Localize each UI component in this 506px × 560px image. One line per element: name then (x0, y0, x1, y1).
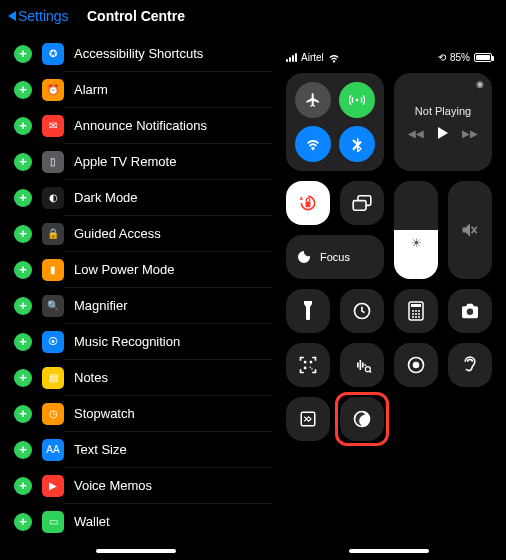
brightness-slider[interactable]: ☀ (394, 181, 438, 279)
control-label: Voice Memos (74, 478, 152, 493)
voice-memos-icon: ▶ (42, 475, 64, 497)
rotation-lock-status-icon: ⟲ (438, 52, 446, 63)
announce-icon: ✉ (42, 115, 64, 137)
control-label: Guided Access (74, 226, 161, 241)
focus-label: Focus (320, 251, 350, 263)
add-control-button[interactable]: + (14, 333, 32, 351)
control-center-grid: ◉ Not Playing ◀◀ ▶▶ (272, 63, 506, 451)
control-label: Low Power Mode (74, 262, 174, 277)
hearing-button[interactable] (448, 343, 492, 387)
highlight-box (335, 392, 389, 446)
control-row: +AAText Size (0, 432, 272, 467)
svg-rect-20 (310, 361, 313, 364)
add-control-button[interactable]: + (14, 189, 32, 207)
tv-remote-icon: ▯ (42, 151, 64, 173)
add-control-button[interactable]: + (14, 405, 32, 423)
next-track-button[interactable]: ▶▶ (462, 128, 478, 139)
add-control-button[interactable]: + (14, 153, 32, 171)
svg-rect-19 (304, 361, 307, 364)
svg-point-12 (412, 313, 414, 315)
page-title: Control Centre (87, 8, 185, 24)
magnifier-icon: 🔍 (42, 295, 64, 317)
airplay-icon: ◉ (476, 79, 484, 89)
control-row: +▭Wallet (0, 504, 272, 539)
svg-point-13 (415, 313, 417, 315)
moon-icon (296, 249, 312, 265)
control-row: +🔍Magnifier (0, 288, 272, 323)
control-label: Wallet (74, 514, 110, 529)
back-button[interactable]: Settings (8, 8, 69, 24)
control-row: +▤Notes (0, 360, 272, 395)
home-indicator[interactable] (96, 549, 176, 553)
alarm-icon: ⏰ (42, 79, 64, 101)
notes-button[interactable] (286, 397, 330, 441)
control-label: Accessibility Shortcuts (74, 46, 203, 61)
control-row: +✪Accessibility Shortcuts (0, 36, 272, 71)
control-center-panel: Airtel ⟲ 85% ◉ Not Playing ◀◀ (272, 0, 506, 560)
orientation-lock-toggle[interactable] (286, 181, 330, 225)
airplane-mode-toggle[interactable] (295, 82, 331, 118)
add-control-button[interactable]: + (14, 81, 32, 99)
screen-recording-button[interactable] (394, 343, 438, 387)
svg-rect-3 (353, 201, 366, 211)
nav-header: Settings Control Centre (0, 0, 272, 32)
music-recognition-button[interactable] (340, 397, 384, 441)
control-label: Text Size (74, 442, 127, 457)
stopwatch-icon: ◷ (42, 403, 64, 425)
svg-rect-22 (310, 367, 311, 368)
battery-icon (474, 53, 492, 62)
control-label: Music Recognition (74, 334, 180, 349)
add-control-button[interactable]: + (14, 117, 32, 135)
camera-button[interactable] (448, 289, 492, 333)
mute-icon (460, 220, 480, 240)
accessibility-icon: ✪ (42, 43, 64, 65)
brightness-icon: ☀ (411, 236, 422, 250)
control-row: +✉Announce Notifications (0, 108, 272, 143)
control-label: Magnifier (74, 298, 127, 313)
add-control-button[interactable]: + (14, 369, 32, 387)
control-label: Dark Mode (74, 190, 138, 205)
svg-rect-21 (304, 367, 307, 370)
control-label: Notes (74, 370, 108, 385)
screen-mirroring-button[interactable] (340, 181, 384, 225)
wallet-icon: ▭ (42, 511, 64, 533)
control-label: Announce Notifications (74, 118, 207, 133)
add-control-button[interactable]: + (14, 45, 32, 63)
add-control-button[interactable]: + (14, 297, 32, 315)
svg-point-16 (415, 316, 417, 318)
now-playing-label: Not Playing (415, 105, 471, 117)
svg-point-27 (413, 362, 420, 369)
play-button[interactable] (438, 127, 448, 139)
flashlight-button[interactable] (286, 289, 330, 333)
sound-recognition-button[interactable] (340, 343, 384, 387)
wifi-toggle[interactable] (295, 126, 331, 162)
control-row: +🔒Guided Access (0, 216, 272, 251)
connectivity-tile[interactable] (286, 73, 384, 171)
volume-slider[interactable] (448, 181, 492, 279)
code-scanner-button[interactable] (286, 343, 330, 387)
control-row: +⏰Alarm (0, 72, 272, 107)
battery-percent: 85% (450, 52, 470, 63)
svg-point-11 (418, 310, 420, 312)
focus-button[interactable]: Focus (286, 235, 384, 279)
svg-point-17 (418, 316, 420, 318)
control-label: Apple TV Remote (74, 154, 176, 169)
cellular-data-toggle[interactable] (339, 82, 375, 118)
now-playing-tile[interactable]: ◉ Not Playing ◀◀ ▶▶ (394, 73, 492, 171)
control-row: +▶Voice Memos (0, 468, 272, 503)
control-row: +◷Stopwatch (0, 396, 272, 431)
svg-point-18 (467, 309, 473, 315)
previous-track-button[interactable]: ◀◀ (408, 128, 424, 139)
back-label: Settings (18, 8, 69, 24)
dark-mode-icon: ◐ (42, 187, 64, 209)
add-control-button[interactable]: + (14, 225, 32, 243)
signal-bars-icon (286, 53, 297, 62)
add-control-button[interactable]: + (14, 477, 32, 495)
add-control-button[interactable]: + (14, 513, 32, 531)
bluetooth-toggle[interactable] (339, 126, 375, 162)
timer-button[interactable] (340, 289, 384, 333)
add-control-button[interactable]: + (14, 261, 32, 279)
calculator-button[interactable] (394, 289, 438, 333)
add-control-button[interactable]: + (14, 441, 32, 459)
home-indicator-right[interactable] (349, 549, 429, 553)
